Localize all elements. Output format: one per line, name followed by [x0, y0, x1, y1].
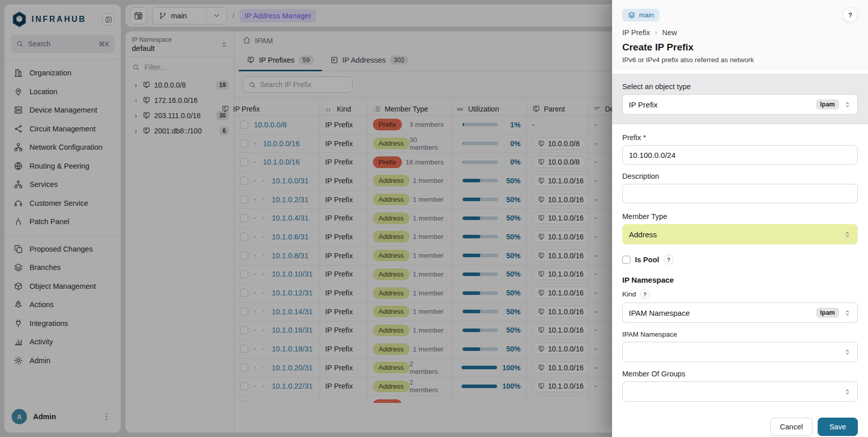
prefix-field-label: Prefix * [622, 133, 858, 142]
drawer-subtitle: IPv6 or IPv4 prefix also referred as net… [622, 56, 858, 64]
kind-help-icon[interactable]: ? [640, 289, 650, 299]
chevrons-up-down-icon [844, 309, 851, 317]
chevrons-up-down-icon [844, 231, 851, 238]
save-button[interactable]: Save [818, 418, 858, 436]
member-of-groups-select[interactable] [622, 381, 858, 402]
drawer-breadcrumb: IP Prefix › New [622, 29, 858, 37]
kind-field-label: Kind [622, 290, 636, 298]
breadcrumb-item: New [662, 29, 677, 37]
ipam-namespace-select[interactable] [622, 342, 858, 362]
kind-value: IPAM Namespace [629, 309, 816, 317]
chevron-right-icon: › [655, 29, 657, 36]
layers-icon [628, 11, 635, 19]
drawer-title: Create IP Prefix [622, 42, 858, 53]
is-pool-label: Is Pool [635, 256, 659, 264]
branch-badge-label: main [639, 11, 654, 19]
object-type-section: Select an object type IP Prefix Ipam [612, 74, 868, 124]
object-type-label: Select an object type [622, 83, 858, 91]
ipam-kind-badge: Ipam [816, 99, 839, 110]
ipam-namespace-field-label: IPAM Namespace [622, 331, 858, 338]
member-type-field-label: Member Type [622, 212, 858, 221]
member-type-value: Address [629, 230, 844, 239]
chevrons-up-down-icon [844, 348, 851, 356]
branch-badge: main [622, 9, 659, 21]
prefix-input[interactable] [622, 145, 858, 165]
create-ip-prefix-drawer: main ? IP Prefix › New Create IP Prefix … [612, 0, 868, 437]
drawer-header: main ? IP Prefix › New Create IP Prefix … [612, 0, 868, 71]
help-button[interactable]: ? [843, 7, 858, 22]
description-field-label: Description [622, 172, 858, 180]
is-pool-checkbox[interactable] [622, 256, 630, 264]
drawer-form: Prefix * Description Member Type Address… [612, 124, 868, 409]
member-of-groups-field-label: Member Of Groups [622, 370, 858, 378]
breadcrumb-item[interactable]: IP Prefix [622, 29, 650, 37]
kind-select[interactable]: IPAM Namespace Ipam [622, 303, 858, 323]
drawer-footer: Cancel Save [612, 409, 868, 436]
chevrons-up-down-icon [844, 388, 851, 396]
object-type-value: IP Prefix [629, 100, 816, 109]
ip-namespace-section-title: IP Namespace [622, 276, 858, 284]
ipam-kind-badge: Ipam [816, 308, 839, 318]
object-type-select[interactable]: IP Prefix Ipam [622, 94, 858, 115]
is-pool-help-icon[interactable]: ? [664, 255, 674, 264]
cancel-button[interactable]: Cancel [770, 418, 813, 436]
chevrons-up-down-icon [844, 101, 851, 108]
description-input[interactable] [622, 184, 858, 203]
member-type-select[interactable]: Address [622, 224, 858, 244]
